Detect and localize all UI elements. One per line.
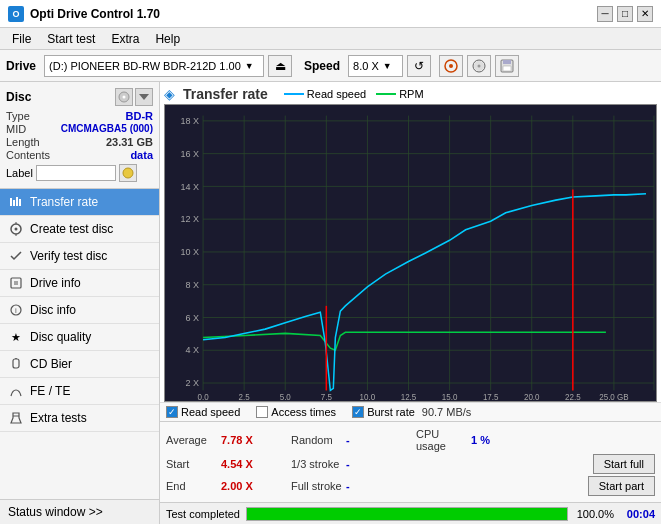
svg-rect-17: [11, 278, 21, 288]
disc-quality-icon: ★: [8, 329, 24, 345]
mid-value: CMCMAGBA5 (000): [61, 123, 153, 135]
window-controls[interactable]: ─ □ ✕: [597, 6, 653, 22]
app-title: Opti Drive Control 1.70: [30, 7, 160, 21]
speed-dropdown-arrow: ▼: [383, 61, 392, 71]
svg-rect-6: [503, 60, 511, 64]
svg-rect-12: [13, 200, 15, 206]
refresh-button[interactable]: ↺: [407, 55, 431, 77]
nav-cd-bier[interactable]: CD Bier: [0, 351, 159, 378]
disc-icon-2[interactable]: [135, 88, 153, 106]
extra-tests-icon: [8, 410, 24, 426]
nav-transfer-rate[interactable]: Transfer rate: [0, 189, 159, 216]
svg-text:5.0: 5.0: [280, 393, 292, 401]
label-input[interactable]: [36, 165, 116, 181]
access-times-checkbox[interactable]: Access times: [256, 406, 336, 418]
eject-button[interactable]: ⏏: [268, 55, 292, 77]
svg-point-16: [15, 228, 18, 231]
contents-label: Contents: [6, 149, 50, 161]
speed-select[interactable]: 8.0 X ▼: [348, 55, 403, 77]
read-speed-checkbox[interactable]: ✓ Read speed: [166, 406, 240, 418]
nav-drive-info-label: Drive info: [30, 276, 81, 290]
drive-value: (D:) PIONEER BD-RW BDR-212D 1.00: [49, 60, 241, 72]
access-times-checkbox-label: Access times: [271, 406, 336, 418]
chart-area: 18 X 16 X 14 X 12 X 10 X 8 X 6 X 4 X 2 X…: [164, 104, 657, 402]
label-go-button[interactable]: [119, 164, 137, 182]
start-value: 4.54 X: [221, 458, 271, 470]
end-label: End: [166, 480, 221, 492]
nav-disc-quality[interactable]: ★ Disc quality: [0, 324, 159, 351]
nav-create-test-disc-label: Create test disc: [30, 222, 113, 236]
status-text: Test completed: [166, 508, 240, 520]
drive-info-icon: [8, 275, 24, 291]
svg-text:15.0: 15.0: [442, 393, 458, 401]
svg-text:i: i: [15, 306, 17, 315]
nav-disc-info-label: Disc info: [30, 303, 76, 317]
start-label: Start: [166, 458, 221, 470]
nav-disc-info[interactable]: i Disc info: [0, 297, 159, 324]
svg-text:18 X: 18 X: [181, 116, 200, 126]
svg-text:7.5: 7.5: [321, 393, 333, 401]
read-speed-checkbox-box: ✓: [166, 406, 178, 418]
nav-create-test-disc[interactable]: Create test disc: [0, 216, 159, 243]
close-button[interactable]: ✕: [637, 6, 653, 22]
svg-text:2.5: 2.5: [239, 393, 251, 401]
cd-bier-icon: [8, 356, 24, 372]
title-bar: O Opti Drive Control 1.70 ─ □ ✕: [0, 0, 661, 28]
nav-extra-tests[interactable]: Extra tests: [0, 405, 159, 432]
disc-panel: Disc Type BD-R MID CMCMAGBA5 (000): [0, 82, 159, 189]
speed-label: Speed: [304, 59, 340, 73]
transfer-rate-icon: [8, 194, 24, 210]
chart-title: Transfer rate: [183, 86, 268, 102]
right-panel: ◈ Transfer rate Read speed RPM: [160, 82, 661, 524]
menu-file[interactable]: File: [4, 30, 39, 48]
chart-title-icon: ◈: [164, 86, 175, 102]
drive-label: Drive: [6, 59, 36, 73]
progress-bar: [246, 507, 568, 521]
chart-container: ◈ Transfer rate Read speed RPM: [160, 82, 661, 402]
start-full-button[interactable]: Start full: [593, 454, 655, 474]
burst-rate-checkbox-box: ✓: [352, 406, 364, 418]
maximize-button[interactable]: □: [617, 6, 633, 22]
verify-test-disc-icon: [8, 248, 24, 264]
menu-start-test[interactable]: Start test: [39, 30, 103, 48]
start-part-button[interactable]: Start part: [588, 476, 655, 496]
fe-te-icon: [8, 383, 24, 399]
app-icon: O: [8, 6, 24, 22]
stroke13-label: 1/3 stroke: [291, 458, 346, 470]
burst-rate-checkbox-label: Burst rate: [367, 406, 415, 418]
svg-text:16 X: 16 X: [181, 149, 200, 159]
nav-fe-te[interactable]: FE / TE: [0, 378, 159, 405]
svg-rect-14: [19, 199, 21, 206]
random-label: Random: [291, 434, 346, 446]
sidebar: Disc Type BD-R MID CMCMAGBA5 (000): [0, 82, 160, 524]
drive-select[interactable]: (D:) PIONEER BD-RW BDR-212D 1.00 ▼: [44, 55, 264, 77]
mid-label: MID: [6, 123, 26, 135]
status-window-button[interactable]: Status window >>: [0, 499, 159, 524]
bottom-status-bar: Test completed 100.0% 00:04: [160, 502, 661, 524]
svg-text:8 X: 8 X: [186, 280, 200, 290]
stats-row-2: Start 4.54 X 1/3 stroke - Start full: [166, 454, 655, 474]
type-value: BD-R: [126, 110, 154, 122]
nav-disc-quality-label: Disc quality: [30, 330, 91, 344]
svg-rect-11: [10, 198, 12, 206]
burn-button[interactable]: [439, 55, 463, 77]
stroke13-value: -: [346, 458, 396, 470]
menu-extra[interactable]: Extra: [103, 30, 147, 48]
disc-button[interactable]: [467, 55, 491, 77]
nav-verify-test-disc[interactable]: Verify test disc: [0, 243, 159, 270]
nav-drive-info[interactable]: Drive info: [0, 270, 159, 297]
stats-row-1: Average 7.78 X Random - CPU usage 1 %: [166, 428, 655, 452]
minimize-button[interactable]: ─: [597, 6, 613, 22]
disc-icon-1[interactable]: [115, 88, 133, 106]
menu-help[interactable]: Help: [147, 30, 188, 48]
label-label: Label: [6, 167, 33, 179]
burst-rate-checkbox[interactable]: ✓ Burst rate 90.7 MB/s: [352, 406, 471, 418]
progress-percent: 100.0%: [574, 508, 614, 520]
svg-point-10: [123, 168, 133, 178]
save-button[interactable]: [495, 55, 519, 77]
chart-legend: Read speed RPM: [284, 88, 424, 100]
length-label: Length: [6, 136, 40, 148]
nav-items: Transfer rate Create test disc Verify te…: [0, 189, 159, 499]
read-speed-checkbox-label: Read speed: [181, 406, 240, 418]
svg-text:4 X: 4 X: [186, 345, 200, 355]
